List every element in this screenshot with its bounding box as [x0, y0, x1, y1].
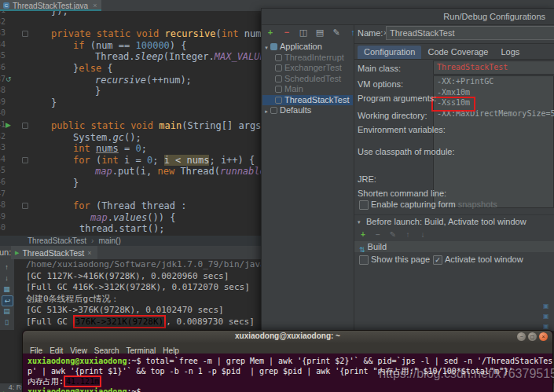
configuration-icon — [275, 97, 282, 104]
edit-defaults-button[interactable]: ✎ — [332, 27, 341, 38]
name-input[interactable]: ThreadStackTest — [386, 26, 554, 40]
tab-code-coverage[interactable]: Code Coverage — [421, 46, 494, 59]
code-line: 38} — [0, 85, 262, 97]
tree-item-scheduledtest[interactable]: ScheduledTest — [262, 74, 353, 85]
code-line: 36}else { — [0, 62, 262, 74]
move-up-button[interactable]: ↑ — [348, 27, 358, 38]
tree-group-application[interactable]: ▾Application — [262, 42, 353, 53]
tree-item-exchangertest[interactable]: ExchangerTest — [262, 63, 353, 74]
xss-highlight-box — [431, 97, 475, 112]
soft-wrap-icon[interactable]: ↩ — [2, 295, 13, 306]
close-console-icon[interactable]: × — [87, 249, 91, 257]
application-folder-icon — [270, 43, 277, 50]
console-line: [GC 1127K->416K(9728K), 0.0020960 secs] — [14, 271, 262, 283]
terminal-window[interactable]: xuxiaodong@xuxiaodong: ~ −◻× FileEditVie… — [22, 330, 553, 392]
collapsed-icon[interactable]: ▸ — [262, 106, 270, 117]
maximize-button[interactable]: ◻ — [528, 332, 537, 341]
fold-marker[interactable] — [22, 31, 28, 37]
scroll-down-icon[interactable]: ↓ — [2, 273, 12, 283]
vm-options-input[interactable]: -XX:+PrintGC-Xmx10m-Xss10m-XX:MaxDirectM… — [433, 75, 554, 208]
activate-tool-window-label: Activate tool window — [445, 255, 523, 264]
edge-notification-icons: ▣▣▣ — [543, 302, 549, 330]
run-debug-configurations-dialog: Run/Debug Configurations +−◫▤✎↑↓» ▾Appli… — [261, 8, 554, 332]
vm-option-value: -XX:+PrintGC — [434, 76, 553, 87]
line-number: 38 — [0, 85, 6, 97]
name-label: Name: — [358, 28, 383, 38]
defaults-icon — [270, 107, 277, 114]
capture-snapshots-label: Enable capturing form snapshots — [371, 200, 497, 209]
divider — [354, 43, 554, 44]
label-vm-options: VM options: — [358, 79, 403, 89]
editor-tab[interactable]: C ThreadStackTest.java × — [0, 0, 101, 11]
code-line: 44for (int i = 0; i < nums; i++) { — [0, 154, 262, 166]
code-lines: 31});3233private static void recursive(i… — [0, 11, 262, 236]
main-class-input[interactable]: ThreadStackTest — [433, 60, 554, 75]
move-up-button[interactable]: ↑ — [404, 230, 412, 239]
fold-marker[interactable] — [22, 123, 28, 129]
terminal-title-bar[interactable]: xuxiaodong@xuxiaodong: ~ −◻× — [23, 331, 552, 343]
breadcrumb-class[interactable]: ThreadStackTest — [28, 236, 86, 245]
print-icon[interactable]: ▤ — [2, 306, 12, 316]
label-jre: JRE: — [358, 174, 376, 184]
label-program-arguments: Program arguments: — [358, 93, 436, 103]
capture-snapshots-checkbox[interactable] — [359, 200, 369, 210]
screen: C ThreadStackTest.java × 31});3233privat… — [0, 0, 554, 392]
tree-item-threadinterrupt[interactable]: ThreadInterrupt — [262, 53, 353, 64]
line-number: 39 — [0, 97, 6, 108]
minimize-button[interactable]: − — [517, 332, 526, 341]
clear-icon[interactable]: ▯ — [2, 317, 12, 327]
build-task-item[interactable]: ⇅Build — [354, 241, 554, 252]
configurations-tree: ▾ApplicationThreadInterruptExchangerTest… — [262, 42, 353, 116]
code-line: 33private static void recursive(int num)… — [0, 27, 262, 39]
console-line: /home/xuxiaodong/Software/jdk1.7.0_79/bi… — [14, 259, 262, 271]
code-line: 46} — [0, 177, 262, 189]
code-line: 49map.values()) { — [0, 211, 262, 223]
expand-icon[interactable]: ▾ — [262, 42, 270, 53]
fold-marker[interactable] — [22, 203, 28, 209]
terminal-menu-bar: FileEditViewSearchTerminalHelp — [23, 343, 552, 354]
recursive-gutter-icon[interactable]: ↺ — [6, 74, 12, 86]
console-line: [Full GC 376K->321K(9728K), 0.0089730 se… — [14, 317, 262, 328]
close-button[interactable]: × — [539, 332, 548, 341]
code-editor[interactable]: 31});3233private static void recursive(i… — [0, 11, 262, 236]
activate-tool-window-checkbox[interactable]: ✓ — [433, 255, 442, 265]
console-output[interactable]: /home/xuxiaodong/Software/jdk1.7.0_79/bi… — [14, 259, 262, 330]
watermark: https://blog.csdn.net/x76379515 — [379, 367, 554, 381]
code-line: 48for (Thread thread : — [0, 200, 262, 211]
add-button[interactable]: + — [359, 230, 367, 239]
line-number: 47 — [0, 189, 6, 200]
gc-watcher-icon[interactable]: ▦ — [2, 284, 12, 294]
console-toolbar: ↑↓▦↩▤▯ — [0, 259, 15, 330]
collapse-icon[interactable]: ▾ — [358, 219, 361, 225]
divider — [354, 59, 554, 60]
tree-group-defaults[interactable]: ▸Defaults — [262, 105, 353, 116]
remove-button[interactable]: − — [374, 230, 382, 239]
show-this-page-checkbox[interactable] — [359, 255, 369, 265]
move-down-button[interactable]: ↓ — [419, 230, 427, 239]
line-number: 31 — [0, 11, 6, 16]
tree-item-threadstacktest[interactable]: ThreadStackTest — [262, 95, 353, 106]
copy-button[interactable]: ◫ — [299, 27, 308, 38]
scroll-up-icon[interactable]: ↑ — [2, 262, 12, 272]
run-console-tab[interactable]: ▶ ThreadStackTest × — [11, 246, 97, 259]
breadcrumb-method[interactable]: main() — [98, 236, 120, 245]
remove-button[interactable]: − — [282, 27, 292, 38]
code-line: 40 — [0, 108, 262, 119]
save-button[interactable]: ▤ — [315, 27, 325, 38]
tab-configuration[interactable]: Configuration — [358, 46, 421, 59]
line-number: 45 — [0, 165, 6, 177]
line-number: 48 — [0, 200, 6, 211]
add-button[interactable]: + — [266, 27, 275, 38]
fold-marker[interactable] — [22, 157, 28, 163]
dialog-title-bar[interactable]: Run/Debug Configurations — [262, 9, 554, 25]
edit-button[interactable]: ✎ — [389, 230, 397, 239]
configuration-icon — [275, 86, 282, 93]
close-tab-icon[interactable]: × — [93, 2, 97, 9]
code-line: 32 — [0, 16, 262, 28]
run-gutter-icon[interactable]: ▶ — [6, 119, 11, 131]
tree-item-main[interactable]: Main — [262, 84, 353, 95]
line-number: 41 — [0, 119, 6, 131]
line-number: 46 — [0, 177, 6, 189]
tab-logs[interactable]: Logs — [495, 46, 526, 59]
line-number: 34 — [0, 39, 6, 51]
